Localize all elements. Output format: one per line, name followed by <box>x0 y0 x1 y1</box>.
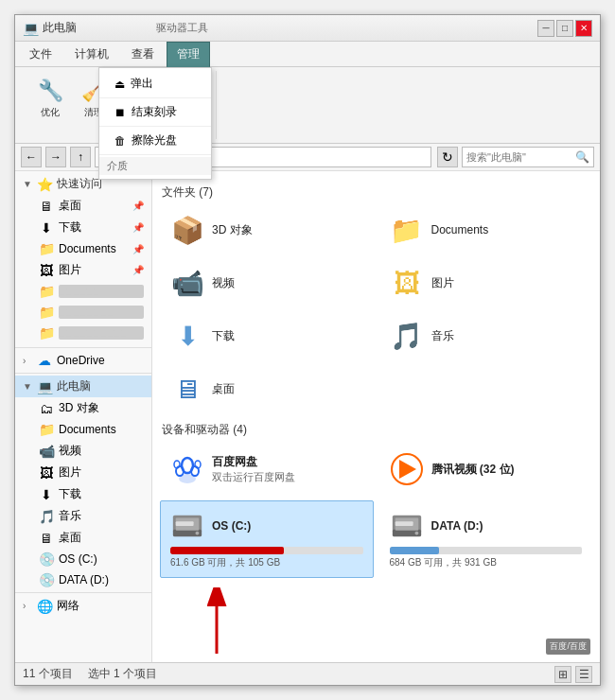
sidebar-docs[interactable]: 📁 Documents <box>15 419 151 440</box>
documents-label: Documents <box>59 242 129 255</box>
downloads-icon: ⬇ <box>38 220 55 236</box>
sidebar-downloads2[interactable]: ⬇ 下载 <box>15 483 151 505</box>
title-icon: 💻 <box>23 21 39 36</box>
data-d-info: DATA (D:) <box>431 519 583 533</box>
maximize-button[interactable]: □ <box>556 20 573 37</box>
close-button[interactable]: ✕ <box>575 20 592 37</box>
music-icon: 🎵 <box>38 509 55 524</box>
ribbon: 文件 计算机 查看 管理 🔧 优化 🧹 清理 💾 <box>15 42 600 144</box>
pictures-pin: 📌 <box>132 265 144 275</box>
stop-burn-label: 结束刻录 <box>132 104 177 120</box>
folder-3d[interactable]: 📦 3D 对象 <box>160 206 374 254</box>
sidebar-desktop2[interactable]: 🖥 桌面 <box>15 527 151 549</box>
tab-file[interactable]: 文件 <box>19 42 62 66</box>
view-list-button[interactable]: ☰ <box>575 666 592 683</box>
documents-pin: 📌 <box>132 244 144 254</box>
os-c-progress-bg <box>170 547 363 554</box>
tab-view[interactable]: 查看 <box>121 42 165 66</box>
dropdown-sep1 <box>99 97 211 98</box>
sidebar-documents[interactable]: 📁 Documents 📌 <box>15 238 151 259</box>
refresh-button[interactable]: ↻ <box>437 147 458 167</box>
ribbon-content: 🔧 优化 🧹 清理 💾 格式化 ▶ 自动播放 <box>15 67 600 143</box>
sidebar-blurred3[interactable]: 📁 ■■■■■■■■■■ <box>15 323 151 343</box>
status-bar-right: ⊞ ☰ <box>554 666 592 683</box>
tencent-top: 腾讯视频 (32 位) <box>390 452 583 486</box>
title-bar: 💻 此电脑 驱动器工具 ─ □ ✕ <box>15 15 600 42</box>
tab-computer[interactable]: 计算机 <box>64 42 119 66</box>
sidebar-pictures[interactable]: 🖼 图片 📌 <box>15 259 151 281</box>
sidebar-onedrive[interactable]: › ☁ OneDrive <box>15 350 151 371</box>
optimize-label: 优化 <box>41 106 60 119</box>
sidebar-blurred2[interactable]: 📁 ■■■■■■■■ <box>15 302 151 323</box>
tencent-icon <box>390 452 424 486</box>
quick-access-section: ▼ ⭐ 快速访问 🖥 桌面 📌 ⬇ 下载 📌 📁 Documents <box>15 171 151 345</box>
sidebar-this-pc[interactable]: ▼ 💻 此电脑 <box>15 376 151 397</box>
back-button[interactable]: ← <box>21 147 42 167</box>
baidu-info: 百度网盘 双击运行百度网盘 <box>212 454 363 484</box>
devices-grid: 百度网盘 双击运行百度网盘 <box>160 444 592 578</box>
sidebar-network[interactable]: › 🌐 网络 <box>15 595 151 617</box>
onedrive-label: OneDrive <box>57 354 144 367</box>
folder-desktop[interactable]: 🖥 桌面 <box>160 365 374 412</box>
sidebar-3d[interactable]: 🗂 3D 对象 <box>15 397 151 419</box>
folder-documents[interactable]: 📁 Documents <box>379 206 593 254</box>
data-d-space: 684 GB 可用，共 931 GB <box>390 556 583 569</box>
erase-disc-label: 擦除光盘 <box>132 132 177 149</box>
onedrive-icon: ☁ <box>36 353 53 368</box>
sidebar-downloads[interactable]: ⬇ 下载 📌 <box>15 217 151 238</box>
sidebar-desktop[interactable]: 🖥 桌面 📌 <box>15 195 151 217</box>
desktop-label: 桌面 <box>59 198 129 214</box>
eject-label: 弹出 <box>131 76 153 92</box>
device-os-c[interactable]: OS (C:) 61.6 GB 可用，共 105 GB <box>160 500 374 578</box>
docs-icon: 📁 <box>38 422 55 437</box>
sidebar-pictures2[interactable]: 🖼 图片 <box>15 462 151 483</box>
item-count: 11 个项目 <box>23 666 73 682</box>
folder-videos[interactable]: 📹 视频 <box>160 259 374 306</box>
optimize-button[interactable]: 🔧 优化 <box>30 73 70 122</box>
folder-music-label: 音乐 <box>431 328 454 344</box>
docs-label: Documents <box>59 423 144 436</box>
title-bar-left: 💻 此电脑 驱动器工具 <box>23 20 208 36</box>
dropdown-erase-disc[interactable]: 🗑 擦除光盘 <box>99 129 211 152</box>
device-data-d[interactable]: DATA (D:) 684 GB 可用，共 931 GB <box>379 500 593 578</box>
sidebar-os-c[interactable]: 💿 OS (C:) <box>15 549 151 569</box>
dropdown-eject[interactable]: ⏏ 弹出 <box>99 72 211 96</box>
sidebar-blurred1[interactable]: 📁 ■■■■■■ <box>15 281 151 302</box>
search-input[interactable] <box>466 151 573 163</box>
pictures-icon: 🖼 <box>38 263 55 278</box>
desktop-pin: 📌 <box>132 201 144 211</box>
folder-downloads[interactable]: ⬇ 下载 <box>160 312 374 359</box>
up-button[interactable]: ↑ <box>70 147 91 167</box>
search-box[interactable]: 🔍 <box>462 147 594 167</box>
sidebar-videos[interactable]: 📹 视频 <box>15 440 151 462</box>
network-icon: 🌐 <box>36 599 53 614</box>
device-tencent[interactable]: 腾讯视频 (32 位) <box>379 444 593 495</box>
dropdown-menu: ⏏ 弹出 ⏹ 结束刻录 🗑 擦除光盘 介质 <box>98 67 212 180</box>
svg-marker-6 <box>399 460 416 479</box>
ribbon-tabs: 文件 计算机 查看 管理 <box>15 42 600 67</box>
blurred3-label: ■■■■■■■■■■ <box>59 326 144 340</box>
downloads2-label: 下载 <box>59 486 144 502</box>
view-grid-button[interactable]: ⊞ <box>554 666 571 683</box>
minimize-button[interactable]: ─ <box>537 20 554 37</box>
forward-button[interactable]: → <box>45 147 66 167</box>
music-label: 音乐 <box>59 508 144 524</box>
folder-docs-icon: 📁 <box>390 213 424 247</box>
device-baidu[interactable]: 百度网盘 双击运行百度网盘 <box>160 444 374 495</box>
downloads-pin: 📌 <box>132 222 144 233</box>
baidu-top: 百度网盘 双击运行百度网盘 <box>170 452 363 486</box>
sidebar-music[interactable]: 🎵 音乐 <box>15 505 151 527</box>
folder-music[interactable]: 🎵 音乐 <box>379 312 593 359</box>
tab-manage[interactable]: 管理 <box>167 42 210 67</box>
downloads2-icon: ⬇ <box>38 487 55 502</box>
sidebar-data-d[interactable]: 💿 DATA (D:) <box>15 569 151 590</box>
pictures2-label: 图片 <box>59 464 144 481</box>
status-bar: 11 个项目 选中 1 个项目 ⊞ ☰ <box>15 662 600 685</box>
folder-pictures[interactable]: 🖼 图片 <box>379 259 593 306</box>
dropdown-stop-burn[interactable]: ⏹ 结束刻录 <box>99 100 211 124</box>
folder-pics-icon: 🖼 <box>390 266 424 300</box>
data-d-progress-bg <box>390 547 583 554</box>
svg-rect-17 <box>395 521 413 526</box>
optimize-icon: 🔧 <box>35 76 65 106</box>
os-c-drive-icon <box>170 509 204 543</box>
